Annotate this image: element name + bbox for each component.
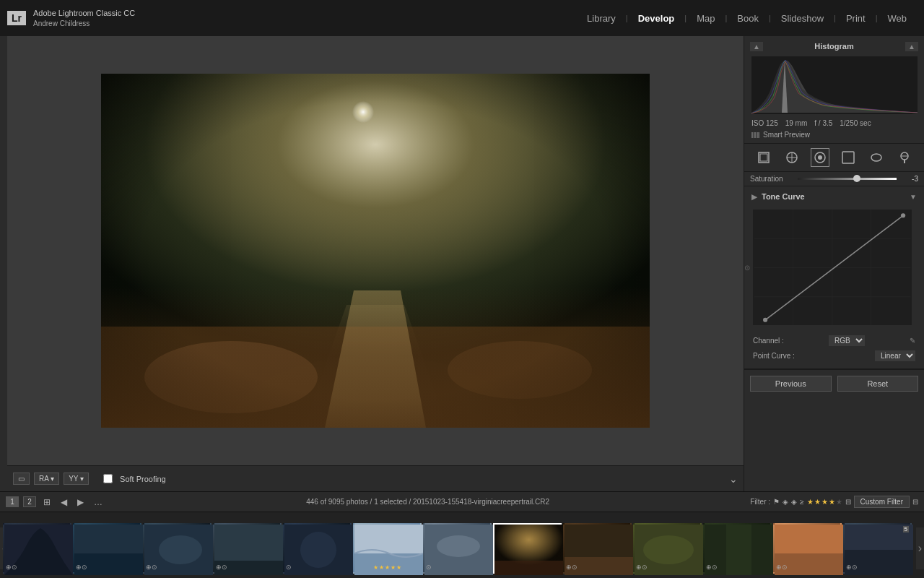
filmstrip-page-2[interactable]: 2 xyxy=(23,496,36,507)
nav-map[interactable]: Map xyxy=(687,13,725,24)
point-curve-row: Point Curve : Linear xyxy=(747,349,921,366)
filter-color-icon[interactable]: ◈ xyxy=(791,498,797,506)
svg-point-54 xyxy=(643,535,694,564)
topbar: Lr Adobe Lightroom Classic CC Andrew Chi… xyxy=(0,0,924,36)
filmstrip: ‹ ⊕⊙ ⊕⊙ ⊕⊙ ⊕⊙ xyxy=(0,512,924,578)
svg-rect-14 xyxy=(760,154,767,161)
filter-rating-icon[interactable]: ◈ xyxy=(783,498,788,506)
list-item[interactable]: ⊕⊙ xyxy=(773,523,842,574)
graduated-filter-tool[interactable] xyxy=(839,148,858,167)
thumb-badge-icon: ⊕⊙ xyxy=(776,564,788,571)
expand-icon[interactable]: ⌄ xyxy=(729,473,738,485)
svg-marker-10 xyxy=(325,290,426,428)
radial-filter-tool[interactable] xyxy=(867,148,886,167)
nav-print[interactable]: Print xyxy=(836,13,876,24)
saturation-thumb[interactable] xyxy=(853,175,860,182)
saturation-row: Saturation -3 xyxy=(744,172,924,186)
hist-arrow-right[interactable]: ▲ xyxy=(905,42,918,51)
filmstrip-nav: 1 2 ⊞ ◀ ▶ … 446 of 9095 photos / 1 selec… xyxy=(0,491,924,512)
histogram-nav: ▲ Histogram ▲ xyxy=(747,39,921,53)
filter-flag-icon[interactable]: ⚑ xyxy=(773,498,780,506)
bottom-toolbar: ▭ RA ▾ YY ▾ Soft Proofing ⌄ xyxy=(7,465,744,491)
list-item[interactable]: ⊕⊙ xyxy=(563,523,632,574)
nav-slideshow[interactable]: Slideshow xyxy=(771,13,834,24)
list-item[interactable]: ⊕⊙ xyxy=(3,523,71,574)
lr-logo: Lr xyxy=(7,11,26,25)
svg-point-19 xyxy=(818,155,822,160)
list-item[interactable]: ⊕⊙ xyxy=(73,523,141,574)
point-curve-select[interactable]: Linear xyxy=(875,350,915,361)
thumb-badge-icon: ⊕⊙ xyxy=(636,564,648,571)
hist-arrow-left[interactable]: ▲ xyxy=(750,42,763,51)
main-area: ▭ RA ▾ YY ▾ Soft Proofing ⌄ ▲ Histogram … xyxy=(0,36,924,491)
nav-book[interactable]: Book xyxy=(727,13,769,24)
image-area xyxy=(7,36,744,465)
filter-bars-icon[interactable]: ⊟ xyxy=(845,498,851,506)
filmstrip-prev-btn[interactable]: ◀ xyxy=(58,496,70,509)
filter-stars: ★ ★ ★ ★ ★ xyxy=(807,498,842,506)
thumb-badge-icon: ⊕⊙ xyxy=(706,564,718,571)
saturation-track[interactable] xyxy=(798,178,897,180)
filmstrip-more-btn[interactable]: … xyxy=(91,496,105,509)
spot-removal-tool[interactable] xyxy=(783,148,801,167)
filmstrip-page-1[interactable]: 1 xyxy=(6,496,19,507)
filmstrip-next-btn[interactable]: ▶ xyxy=(74,496,87,509)
list-item[interactable]: ⊕⊙ xyxy=(213,523,282,574)
left-panel xyxy=(0,36,7,491)
red-eye-tool[interactable] xyxy=(811,148,829,167)
svg-rect-20 xyxy=(842,152,854,163)
svg-point-47 xyxy=(437,535,480,557)
reset-button[interactable]: Reset xyxy=(837,376,919,392)
adjustment-brush-tool[interactable] xyxy=(895,148,914,167)
view-mode-rect[interactable]: ▭ xyxy=(13,473,30,485)
svg-marker-2 xyxy=(303,305,448,428)
thumb-badge-icon: ⊕⊙ xyxy=(6,564,17,571)
svg-point-9 xyxy=(448,341,592,399)
curve-target-icon[interactable]: ⊙ xyxy=(744,264,750,272)
nav-develop[interactable]: Develop xyxy=(628,13,685,24)
tone-curve-canvas[interactable] xyxy=(753,210,912,325)
svg-point-21 xyxy=(871,154,881,161)
view-mode-ra[interactable]: RA ▾ xyxy=(34,473,59,485)
histogram-section: ▲ Histogram ▲ ISO 125 1 xyxy=(744,36,924,144)
list-item[interactable] xyxy=(493,523,562,574)
prev-reset-row: Previous Reset xyxy=(744,369,924,397)
curve-edit-icon[interactable]: ✎ xyxy=(910,337,915,345)
svg-rect-7 xyxy=(101,327,650,428)
nav-library[interactable]: Library xyxy=(577,13,626,24)
app-info: Adobe Lightroom Classic CC Andrew Childr… xyxy=(33,8,135,27)
view-mode-yy[interactable]: YY ▾ xyxy=(64,473,89,485)
saturation-label: Saturation xyxy=(750,175,793,183)
tone-curve-section: ▶ Tone Curve ▼ ⊙ xyxy=(744,186,924,369)
filmstrip-right-arrow[interactable]: › xyxy=(916,527,924,569)
histogram-canvas xyxy=(751,56,918,114)
point-curve-label: Point Curve : xyxy=(753,352,795,360)
center-panel: ▭ RA ▾ YY ▾ Soft Proofing ⌄ xyxy=(7,36,744,491)
thumb-badge-icon: ⊕⊙ xyxy=(216,564,227,571)
list-item[interactable]: ⊕⊙ xyxy=(703,523,772,574)
filter-section: Filter : ⚑ ◈ ◈ ≥ ★ ★ ★ ★ ★ ⊟ Custom Filt… xyxy=(750,496,918,508)
list-item[interactable]: ★★★★★ xyxy=(353,523,422,574)
saturation-value: -3 xyxy=(901,175,918,183)
histogram-info: ISO 125 19 mm f / 3.5 1/250 sec xyxy=(747,117,921,129)
thumb-badge-icon: ⊕⊙ xyxy=(146,564,157,571)
crop-tool[interactable] xyxy=(754,148,773,167)
list-item[interactable]: ⊙ xyxy=(423,523,492,574)
nav-web[interactable]: Web xyxy=(878,13,918,24)
thumb-badge-icon: ⊕⊙ xyxy=(76,564,87,571)
soft-proofing-checkbox[interactable] xyxy=(103,474,113,483)
tone-curve-dropdown-icon[interactable]: ▼ xyxy=(910,193,917,201)
filmstrip-info: 446 of 9095 photos / 1 selected / 201510… xyxy=(110,498,746,506)
list-item[interactable]: ⊙ xyxy=(283,523,352,574)
list-item[interactable]: ⊕⊙ xyxy=(633,523,702,574)
filmstrip-grid-btn[interactable]: ⊞ xyxy=(40,496,53,509)
tool-row xyxy=(744,144,924,172)
main-image xyxy=(101,74,650,428)
filter-menu-icon[interactable]: ⊟ xyxy=(912,498,918,506)
tone-curve-collapse[interactable]: ▶ xyxy=(751,193,757,201)
previous-button[interactable]: Previous xyxy=(750,376,832,392)
custom-filter-button[interactable]: Custom Filter xyxy=(854,496,910,508)
list-item[interactable]: ⊕⊙ xyxy=(143,523,212,574)
channel-select[interactable]: RGB xyxy=(829,335,865,346)
list-item[interactable]: 5 ⊕⊙ xyxy=(843,523,912,574)
